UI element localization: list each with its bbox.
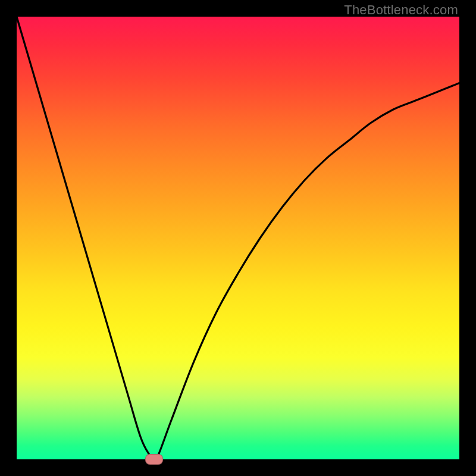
watermark-label: TheBottleneck.com	[344, 2, 458, 18]
bottleneck-curve	[17, 17, 459, 459]
outer-frame: TheBottleneck.com	[0, 0, 476, 476]
optimum-marker	[145, 454, 163, 465]
curve-line	[17, 17, 459, 460]
plot-area	[17, 17, 459, 459]
